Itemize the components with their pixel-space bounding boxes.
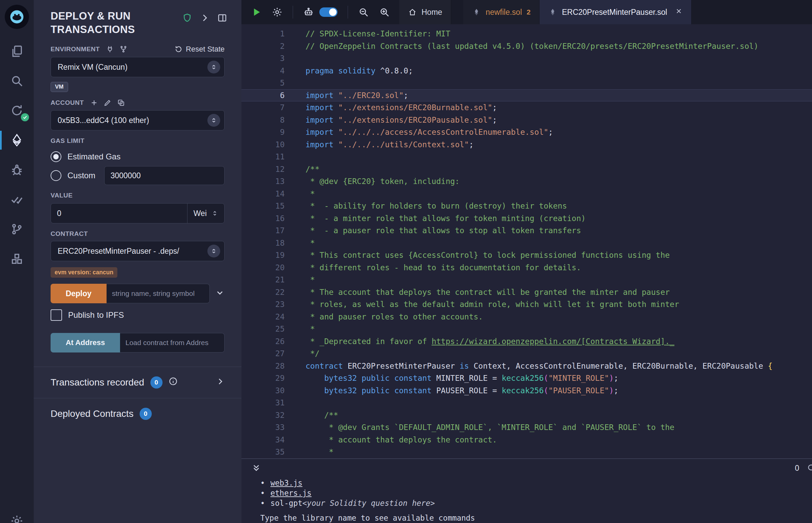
code-line[interactable]: 13 * @dev {ERC20} token, including: <box>242 175 812 188</box>
zoom-in-button[interactable] <box>379 7 390 18</box>
line-number[interactable]: 29 <box>242 372 295 384</box>
sidebar-item-source-control[interactable] <box>0 214 34 244</box>
code-line[interactable]: 6import "../ERC20.sol"; <box>242 89 812 102</box>
line-number[interactable]: 12 <box>242 163 295 176</box>
code-line[interactable]: 14 * <box>242 188 812 200</box>
line-number[interactable]: 3 <box>242 52 295 65</box>
add-account-icon[interactable] <box>90 99 98 107</box>
custom-gas-input[interactable] <box>104 166 225 185</box>
line-number[interactable]: 1 <box>242 28 295 40</box>
line-number[interactable]: 6 <box>242 89 295 102</box>
edit-account-icon[interactable] <box>104 99 112 107</box>
expand-transactions-icon[interactable] <box>216 377 225 388</box>
deployed-contracts-row[interactable]: Deployed Contracts 0 <box>34 398 242 429</box>
at-address-input[interactable] <box>120 333 225 353</box>
line-number[interactable]: 18 <box>242 237 295 249</box>
code-line[interactable]: 30 bytes32 public constant PAUSER_ROLE =… <box>242 384 812 397</box>
remix-logo[interactable] <box>5 5 29 29</box>
code-line[interactable]: 23 * roles, as well as the default admin… <box>242 298 812 311</box>
line-number[interactable]: 10 <box>242 139 295 151</box>
info-icon[interactable] <box>169 377 178 388</box>
line-number[interactable]: 17 <box>242 224 295 237</box>
fork-icon[interactable] <box>119 45 127 53</box>
code-line[interactable]: 3 <box>242 52 812 65</box>
sidebar-item-file-explorer[interactable] <box>0 36 34 66</box>
zoom-out-button[interactable] <box>358 7 369 18</box>
line-number[interactable]: 28 <box>242 360 295 372</box>
line-number[interactable]: 14 <box>242 188 295 200</box>
code-editor[interactable]: 1// SPDX-License-Identifier: MIT2// Open… <box>242 24 812 458</box>
code-line[interactable]: 11 <box>242 151 812 163</box>
code-line[interactable]: 1// SPDX-License-Identifier: MIT <box>242 28 812 40</box>
terminal-entry[interactable]: •ethers.js <box>260 488 812 498</box>
line-number[interactable]: 25 <box>242 323 295 335</box>
account-select[interactable]: 0x5B3...eddC4 (100 ether) <box>51 110 225 130</box>
code-line[interactable]: 15 * - ability for holders to burn (dest… <box>242 200 812 212</box>
plug-icon[interactable] <box>106 45 114 53</box>
line-number[interactable]: 26 <box>242 335 295 348</box>
code-line[interactable]: 7import "../extensions/ERC20Burnable.sol… <box>242 102 812 114</box>
code-line[interactable]: 33 * @dev Grants `DEFAULT_ADMIN_ROLE`, `… <box>242 421 812 434</box>
code-line[interactable]: 4pragma solidity ^0.8.0; <box>242 65 812 77</box>
transactions-recorded-row[interactable]: Transactions recorded 0 <box>34 367 242 398</box>
copy-address-icon[interactable] <box>117 99 125 107</box>
line-number[interactable]: 13 <box>242 175 295 188</box>
run-script-button[interactable] <box>251 7 262 18</box>
deploy-args-input[interactable] <box>107 284 210 303</box>
code-line[interactable]: 28contract ERC20PresetMinterPauser is Co… <box>242 360 812 372</box>
code-line[interactable]: 20 * different roles - head to its docum… <box>242 262 812 274</box>
line-number[interactable]: 24 <box>242 311 295 323</box>
sidebar-item-deploy-run[interactable] <box>0 125 34 155</box>
code-line[interactable]: 25 * <box>242 323 812 335</box>
deploy-button[interactable]: Deploy <box>51 284 107 303</box>
tab-newfile[interactable]: newfile.sol 2 <box>463 0 540 24</box>
expand-deploy-options-icon[interactable] <box>215 288 225 299</box>
line-number[interactable]: 34 <box>242 434 295 446</box>
ai-copilot-toggle[interactable] <box>319 7 338 17</box>
tab-erc20presetminterpauser[interactable]: ERC20PresetMinterPauser.sol <box>540 0 692 24</box>
publish-to-ipfs-checkbox[interactable] <box>51 309 62 321</box>
line-number[interactable]: 16 <box>242 212 295 225</box>
estimated-gas-radio[interactable] <box>51 151 61 162</box>
code-line[interactable]: 21 * <box>242 274 812 286</box>
sidebar-item-plugin-manager[interactable] <box>0 244 34 274</box>
code-line[interactable]: 16 * - a minter role that allows for tok… <box>242 212 812 225</box>
code-line[interactable]: 34 * account that deploys the contract. <box>242 434 812 446</box>
permissions-shield-icon[interactable] <box>182 13 192 23</box>
sidebar-item-debugger[interactable] <box>0 155 34 185</box>
code-line[interactable]: 26 * _Deprecated in favor of https://wiz… <box>242 335 812 348</box>
sidebar-item-search[interactable] <box>0 66 34 96</box>
contract-select[interactable]: ERC20PresetMinterPauser - .deps/ <box>51 241 225 261</box>
line-number[interactable]: 4 <box>242 65 295 77</box>
value-input[interactable] <box>51 203 187 223</box>
collapse-panel-icon[interactable] <box>200 13 210 23</box>
line-number[interactable]: 30 <box>242 384 295 397</box>
line-number[interactable]: 7 <box>242 102 295 114</box>
terminal-entry[interactable]: •web3.js <box>260 478 812 488</box>
line-number[interactable]: 35 <box>242 446 295 458</box>
line-number[interactable]: 32 <box>242 409 295 421</box>
pin-panel-icon[interactable] <box>217 13 227 23</box>
code-line[interactable]: 9import "../../../access/AccessControlEn… <box>242 126 812 139</box>
code-line[interactable]: 32 /** <box>242 409 812 421</box>
code-line[interactable]: 19 * This contract uses {AccessControl} … <box>242 249 812 262</box>
line-number[interactable]: 9 <box>242 126 295 139</box>
at-address-button[interactable]: At Address <box>51 333 120 353</box>
settings-icon[interactable] <box>10 514 23 523</box>
sidebar-item-static-analysis[interactable] <box>0 185 34 214</box>
sidebar-item-solidity-compiler[interactable] <box>0 96 34 125</box>
line-number[interactable]: 11 <box>242 151 295 163</box>
line-number[interactable]: 21 <box>242 274 295 286</box>
expand-terminal-button[interactable] <box>251 463 261 473</box>
line-number[interactable]: 31 <box>242 397 295 409</box>
code-line[interactable]: 10import "../../../utils/Context.sol"; <box>242 139 812 151</box>
code-line[interactable]: 12/** <box>242 163 812 176</box>
code-line[interactable]: 18 * <box>242 237 812 249</box>
code-line[interactable]: 31 <box>242 397 812 409</box>
value-unit-select[interactable]: Wei <box>187 203 224 223</box>
reset-state-button[interactable]: Reset State <box>174 45 225 54</box>
custom-gas-radio[interactable] <box>51 170 61 181</box>
line-number[interactable]: 15 <box>242 200 295 212</box>
code-line[interactable]: 27 */ <box>242 347 812 360</box>
script-config-button[interactable] <box>272 7 283 18</box>
